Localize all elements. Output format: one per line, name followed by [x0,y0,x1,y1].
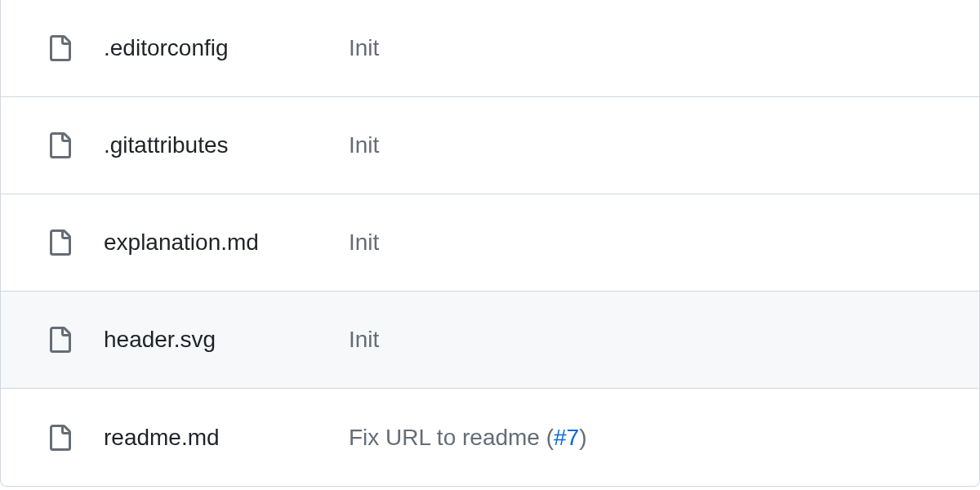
commit-message-text: Fix URL to readme [349,425,546,450]
file-list: .editorconfig Init .gitattributes Init e… [0,0,980,487]
file-row[interactable]: explanation.md Init [1,194,979,292]
file-icon [47,323,73,356]
file-name-link[interactable]: explanation.md [104,229,349,256]
pr-link[interactable]: #7 [554,425,579,450]
file-row[interactable]: readme.md Fix URL to readme (#7) [1,389,979,486]
file-name-link[interactable]: header.svg [104,327,349,353]
commit-message-link[interactable]: Init [349,229,960,256]
commit-message-link[interactable]: Init [349,132,960,158]
file-name-link[interactable]: readme.md [104,425,349,451]
file-name-link[interactable]: .gitattributes [104,132,349,158]
file-icon [47,421,73,454]
commit-message-link[interactable]: Init [349,35,960,61]
commit-message-link[interactable]: Fix URL to readme (#7) [349,425,960,451]
file-icon [47,32,73,65]
commit-message-link[interactable]: Init [349,327,960,353]
file-icon [47,226,73,259]
file-icon [47,129,73,162]
file-name-link[interactable]: .editorconfig [104,35,349,61]
file-row[interactable]: .editorconfig Init [1,0,979,97]
file-row[interactable]: .gitattributes Init [1,97,979,194]
file-row[interactable]: header.svg Init [1,292,979,389]
